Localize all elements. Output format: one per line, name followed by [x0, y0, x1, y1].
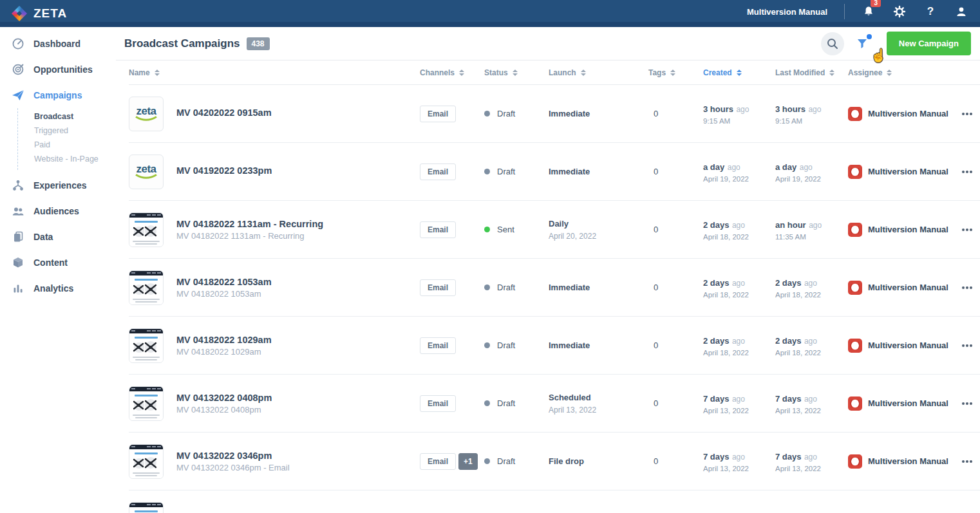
campaign-name-cell[interactable]: zeta	[129, 502, 417, 513]
table-row[interactable]: zeta	[129, 85, 980, 143]
row-menu-button[interactable]	[952, 402, 980, 405]
filter-button[interactable]	[851, 32, 874, 55]
row-menu-button[interactable]	[952, 286, 980, 289]
drone-art-icon	[131, 456, 161, 471]
table-row[interactable]: zeta	[129, 143, 980, 201]
last-modified-cell: an hour ago 11:35 AM	[773, 219, 845, 241]
status-dot	[484, 169, 490, 174]
campaign-name-cell[interactable]: zeta	[129, 154, 417, 189]
column-header-launch[interactable]: Launch	[546, 68, 646, 77]
column-header-status[interactable]: Status	[482, 68, 546, 77]
sidebar-subitem-broadcast[interactable]: Broadcast	[34, 109, 116, 124]
created-cell: 2 days ago April 18, 2022	[701, 277, 773, 299]
launch-type: Immediate	[549, 283, 646, 292]
campaign-title[interactable]: MV 04132022 0346pm	[176, 451, 290, 461]
sort-icon	[737, 70, 742, 76]
new-campaign-button[interactable]: New Campaign	[887, 32, 971, 55]
table-row[interactable]: zeta	[129, 433, 980, 490]
column-header-assignee[interactable]: Assignee	[845, 68, 952, 77]
campaign-name-cell[interactable]: zeta	[129, 270, 417, 305]
sidebar-subitem-triggered[interactable]: Triggered	[34, 124, 116, 138]
created-cell: 7 days ago April 13, 2022	[701, 393, 773, 415]
table-row[interactable]: zeta	[129, 259, 980, 317]
column-header-last-modified[interactable]: Last Modified	[773, 68, 845, 77]
documents-icon	[12, 230, 24, 243]
last-modified-cell: 7 days ago April 13, 2022	[773, 451, 845, 472]
row-menu-button[interactable]	[952, 229, 980, 231]
table-row[interactable]: zeta	[129, 317, 980, 375]
brand-name: ZETA	[33, 6, 67, 21]
assignee-cell: Multiversion Manual	[845, 281, 952, 295]
sidebar-item-data[interactable]: Data	[0, 224, 116, 250]
campaign-name-cell[interactable]: zeta	[129, 386, 417, 421]
zeta-brand[interactable]: ZETA	[12, 6, 67, 21]
campaign-title[interactable]: MV 04182022 1131am - Recurring	[176, 219, 323, 229]
search-button[interactable]	[821, 32, 844, 55]
campaign-name-cell[interactable]: zeta	[129, 328, 417, 363]
filter-funnel-icon	[856, 37, 869, 50]
created-cell: 2 days ago April 18, 2022	[701, 219, 773, 241]
sidebar-item-opportunities[interactable]: Opportunities	[0, 57, 116, 82]
campaign-subtitle: MV 04182022 1053am	[176, 289, 272, 299]
sidebar-subitem-website-in-page[interactable]: Website - In-Page	[34, 152, 116, 166]
row-menu-button[interactable]	[952, 171, 980, 173]
campaign-thumbnail: zeta	[129, 212, 164, 247]
assignee-cell: Multiversion Manual	[845, 396, 952, 411]
sidebar-item-audiences[interactable]: Audiences	[0, 198, 116, 224]
account-name[interactable]: Multiversion Manual	[747, 7, 827, 17]
campaign-subtitle: MV 04182022 1029am	[176, 347, 272, 357]
assignee-name: Multiversion Manual	[868, 456, 948, 466]
sidebar: Dashboard Opportunities Campaigns Broadc…	[0, 27, 116, 513]
campaign-name-cell[interactable]: zeta	[129, 97, 417, 131]
sidebar-item-content[interactable]: Content	[0, 250, 116, 275]
assignee-name: Multiversion Manual	[868, 225, 948, 234]
sidebar-item-analytics[interactable]: Analytics	[0, 275, 116, 301]
navbar-divider	[844, 4, 845, 19]
sidebar-item-experiences[interactable]: Experiences	[0, 173, 116, 198]
status-label: Sent	[497, 225, 514, 234]
column-header-tags[interactable]: Tags	[646, 68, 701, 77]
created-ago-suffix: ago	[732, 452, 745, 462]
sidebar-item-dashboard[interactable]: Dashboard	[0, 31, 116, 57]
modified-ago-suffix: ago	[808, 105, 821, 114]
notifications-button[interactable]: 3	[862, 5, 876, 19]
launch-cell: Immediate	[546, 109, 646, 118]
campaign-name-cell[interactable]: zeta	[129, 444, 417, 479]
created-relative: 7 days	[703, 394, 729, 404]
profile-button[interactable]	[954, 5, 968, 19]
last-modified-cell: 2 days ago April 18, 2022	[773, 335, 845, 357]
channels-cell: Email	[417, 106, 482, 122]
sidebar-subitem-paid[interactable]: Paid	[34, 138, 116, 152]
column-header-created[interactable]: Created	[701, 68, 773, 77]
launch-cell: Daily April 20, 2022	[546, 219, 646, 241]
sort-icon	[513, 70, 518, 76]
campaign-name-cell[interactable]: zeta	[129, 212, 417, 247]
row-menu-button[interactable]	[952, 460, 980, 463]
campaign-title[interactable]: MV 04132022 0408pm	[176, 393, 272, 403]
campaign-title[interactable]: MV 04182022 1029am	[176, 335, 272, 345]
row-menu-button[interactable]	[952, 344, 980, 347]
table-row[interactable]: zeta	[129, 201, 980, 259]
created-ago-suffix: ago	[736, 105, 749, 114]
row-menu-button[interactable]	[952, 113, 980, 115]
sidebar-item-campaigns[interactable]: Campaigns	[0, 82, 116, 108]
campaign-title[interactable]: MV 04192022 0233pm	[176, 165, 272, 176]
campaign-thumbnail: zeta	[129, 97, 164, 131]
status-cell: Draft	[482, 109, 546, 118]
campaign-title[interactable]: MV 04182022 1053am	[176, 277, 272, 287]
campaigns-submenu: Broadcast Triggered Paid Website - In-Pa…	[17, 108, 116, 170]
launch-type: Immediate	[549, 109, 646, 118]
gear-icon	[893, 5, 906, 18]
notification-badge: 3	[871, 0, 881, 7]
help-button[interactable]: ?	[923, 5, 938, 19]
campaign-title[interactable]: MV 04202022 0915am	[176, 107, 272, 118]
page-title: Broadcast Campaigns	[124, 37, 240, 50]
column-header-channels[interactable]: Channels	[417, 68, 482, 77]
table-row[interactable]: zeta	[129, 490, 980, 513]
campaign-subtitle: MV 04182022 1131am - Recurring	[176, 231, 323, 241]
column-header-name[interactable]: Name	[129, 68, 417, 77]
help-icon: ?	[927, 5, 934, 18]
settings-button[interactable]	[892, 5, 907, 19]
table-row[interactable]: zeta	[129, 375, 980, 433]
campaign-thumbnail: zeta	[129, 386, 164, 421]
